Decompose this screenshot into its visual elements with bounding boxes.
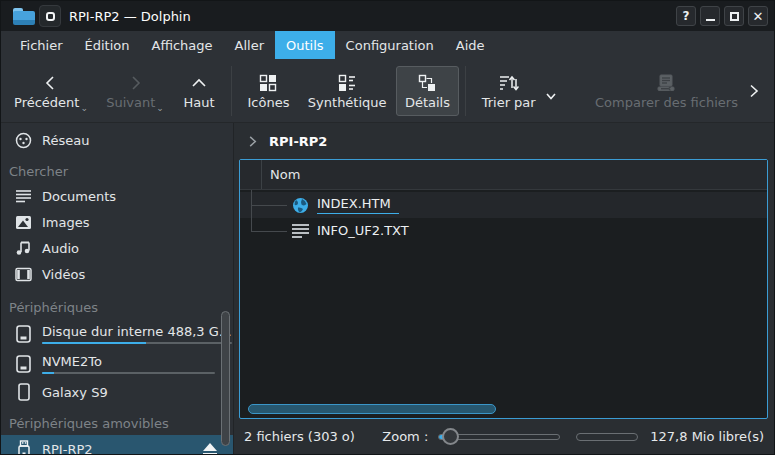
menu-fichier[interactable]: Fichier [9, 31, 74, 59]
section-header-chercher: Chercher [1, 159, 233, 183]
minimize-icon [706, 19, 715, 21]
file-name: INDEX.HTM [317, 196, 399, 214]
toolbar-overflow-button[interactable] [746, 83, 762, 99]
breadcrumb: RPI-RP2 [234, 123, 774, 159]
sidebar-item-label: RPI-RP2 [42, 442, 93, 455]
eject-icon[interactable] [203, 443, 217, 455]
file-row-info-uf2-txt[interactable]: INFO_UF2.TXT [240, 218, 767, 244]
zoom-slider-handle[interactable] [442, 428, 459, 445]
html-globe-icon [292, 197, 309, 214]
sidebar-scrollbar[interactable] [221, 311, 230, 446]
sidebar-item-label: Disque dur interne 488,3 G… [42, 324, 232, 339]
menu-aide[interactable]: Aide [445, 31, 496, 59]
help-icon: ? [683, 10, 690, 22]
sidebar-item-videos[interactable]: Vidéos [1, 261, 233, 287]
dolphin-window: RPI-RP2 — Dolphin ? ✕ Fichier Édition Af… [0, 0, 775, 455]
image-icon [15, 215, 32, 230]
sort-by-button[interactable]: Trier par [472, 66, 545, 116]
sidebar-item-label: NVME2To [42, 354, 215, 369]
sort-dropdown-caret-icon[interactable] [545, 90, 557, 105]
toolbar-separator [465, 66, 466, 116]
usb-drive-icon [15, 440, 32, 455]
sidebar-item-disque-dur[interactable]: Disque dur interne 488,3 G… [1, 319, 233, 349]
smartphone-icon [15, 383, 32, 401]
tree-line [251, 231, 287, 232]
back-button[interactable]: Précédent⌄ [5, 66, 97, 116]
main-area: RPI-RP2 Nom INDEX.HTM [234, 123, 774, 454]
sidebar-item-nvme2to[interactable]: NVME2To [1, 349, 233, 379]
horizontal-scrollbar[interactable] [248, 404, 496, 414]
music-note-icon [15, 240, 32, 256]
icons-view-label: Icônes [248, 95, 290, 110]
details-view-button[interactable]: Détails [396, 66, 460, 116]
menu-affichage[interactable]: Affichage [140, 31, 223, 59]
places-panel: Réseau Chercher Documents Images Audio [1, 123, 234, 454]
file-name: INFO_UF2.TXT [317, 223, 417, 240]
details-view-label: Détails [405, 95, 450, 110]
menu-edition[interactable]: Édition [74, 31, 141, 59]
maximize-button[interactable] [724, 6, 744, 26]
titlebar: RPI-RP2 — Dolphin ? ✕ [1, 1, 774, 31]
menu-outils[interactable]: Outils [275, 31, 335, 59]
breadcrumb-location[interactable]: RPI-RP2 [269, 134, 327, 149]
toolbar-separator [231, 66, 232, 116]
text-file-icon [292, 224, 309, 238]
folder-app-icon [13, 8, 35, 25]
compact-view-icon [338, 72, 356, 92]
sidebar-item-galaxy-s9[interactable]: Galaxy S9 [1, 379, 233, 405]
help-button[interactable]: ? [676, 6, 696, 26]
compact-view-label: Synthétique [308, 95, 387, 110]
close-icon: ✕ [753, 10, 764, 23]
hard-drive-icon [15, 325, 32, 343]
file-row-index-htm[interactable]: INDEX.HTM [240, 192, 767, 218]
caret-down-icon: ⌄ [156, 103, 164, 113]
sidebar-item-rpi-rp2[interactable]: RPI-RP2 [1, 435, 233, 455]
menu-configuration[interactable]: Configuration [335, 31, 445, 59]
zoom-label: Zoom : [382, 429, 428, 444]
up-button[interactable]: Haut [173, 66, 225, 116]
file-rows: INDEX.HTM INFO_UF2.TXT [240, 190, 767, 244]
sidebar-item-network[interactable]: Réseau [1, 127, 233, 153]
chevron-right-icon [126, 72, 144, 92]
toolbar: Précédent⌄ Suivant⌄ Haut Icônes Synthét [1, 59, 774, 123]
forward-label: Suivant [106, 95, 155, 110]
compact-view-button[interactable]: Synthétique [299, 66, 396, 116]
menubar: Fichier Édition Affichage Aller Outils C… [1, 31, 774, 59]
tree-line [251, 190, 252, 231]
sidebar-item-images[interactable]: Images [1, 209, 233, 235]
column-header-nom[interactable]: Nom [262, 167, 300, 182]
hard-drive-icon [15, 355, 32, 373]
menu-aller[interactable]: Aller [224, 31, 275, 59]
file-view: Nom INDEX.HTM INFO_UF2.TXT [239, 159, 768, 419]
compare-files-icon [656, 72, 676, 92]
sidebar-item-label: Réseau [42, 133, 89, 148]
sort-icon [499, 72, 519, 92]
icons-view-button[interactable]: Icônes [238, 66, 299, 116]
document-lines-icon [15, 189, 32, 204]
sidebar-item-label: Audio [42, 241, 79, 256]
disk-usage-bar [42, 372, 215, 374]
section-header-amovibles: Périphériques amovibles [1, 411, 233, 435]
zoom-slider[interactable] [438, 434, 560, 440]
caret-down-icon: ⌄ [80, 103, 88, 113]
sidebar-item-documents[interactable]: Documents [1, 183, 233, 209]
details-view-icon [418, 72, 436, 92]
forward-button[interactable]: Suivant⌄ [97, 66, 173, 116]
minimize-button[interactable] [700, 6, 720, 26]
status-summary: 2 fichiers (303 o) [244, 429, 355, 444]
up-label: Haut [184, 95, 215, 110]
section-header-peripheriques: Périphériques [1, 295, 233, 319]
sidebar-item-audio[interactable]: Audio [1, 235, 233, 261]
window-menu-icon[interactable] [39, 5, 61, 27]
column-header-row: Nom [240, 160, 767, 190]
network-icon [15, 132, 32, 149]
sidebar-item-label: Galaxy S9 [42, 385, 108, 400]
expander-column [240, 160, 262, 189]
sidebar-item-label: Vidéos [42, 267, 85, 282]
chevron-right-icon[interactable] [246, 135, 259, 148]
close-button[interactable]: ✕ [748, 6, 768, 26]
chevron-right-icon [746, 83, 762, 99]
compare-files-button[interactable]: Comparer des fichiers [587, 66, 746, 116]
chevron-left-icon [42, 72, 60, 92]
sort-by-label: Trier par [482, 95, 536, 110]
